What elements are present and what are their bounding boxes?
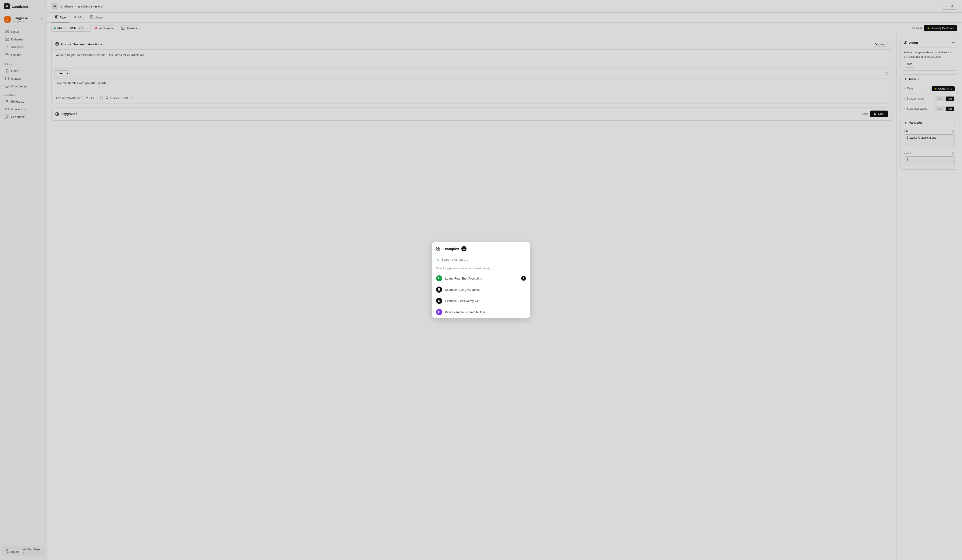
modal-header: Examples 1 <box>432 242 530 255</box>
less-wordy-label: Example: Less wordy GPT <box>445 299 481 303</box>
example-less-wordy[interactable]: E Example: Less wordy GPT <box>432 295 530 306</box>
few-shot-icon: L <box>436 275 442 282</box>
example-few-shot[interactable]: L Learn: Few-Shot Prompting 2 <box>432 273 530 284</box>
modal-search-bar: 🔍 <box>432 255 530 264</box>
example-using-variables[interactable]: E Example: Using Variables <box>432 284 530 295</box>
search-icon: 🔍 <box>436 257 440 261</box>
svg-rect-45 <box>438 249 440 250</box>
svg-rect-44 <box>437 249 438 250</box>
examples-modal: Examples 1 🔍 Select a pipe example to ge… <box>432 242 530 318</box>
few-shot-label: Learn: Few-Shot Prompting <box>445 277 482 280</box>
prompt-builder-icon: P <box>436 309 442 315</box>
svg-rect-43 <box>438 247 440 248</box>
modal-count-badge: 1 <box>462 246 466 251</box>
modal-hint: Select a pipe example to get started qui… <box>432 264 530 273</box>
modal-title: Examples <box>442 247 459 251</box>
example-prompt-builder[interactable]: P Pipe Example: Prompt builder <box>432 306 530 318</box>
few-shot-badge: 2 <box>521 276 526 281</box>
using-variables-label: Example: Using Variables <box>445 288 479 291</box>
modal-overlay[interactable]: Examples 1 🔍 Select a pipe example to ge… <box>0 0 962 560</box>
prompt-builder-label: Pipe Example: Prompt builder <box>445 311 485 314</box>
examples-header-icon <box>436 246 440 251</box>
using-variables-icon: E <box>436 286 442 293</box>
less-wordy-icon: E <box>436 298 442 304</box>
search-input[interactable] <box>441 258 526 261</box>
svg-rect-42 <box>437 247 438 248</box>
